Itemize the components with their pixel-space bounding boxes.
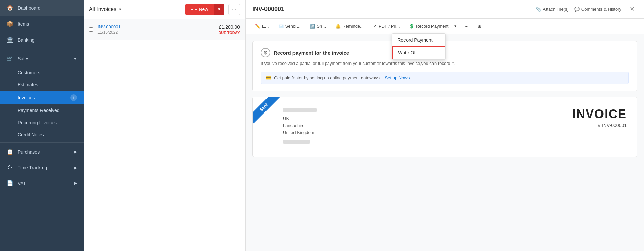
- sidebar-item-banking[interactable]: 🏦 Banking: [0, 32, 84, 48]
- customer-name-blurred: [283, 108, 317, 112]
- sidebar-item-customers[interactable]: Customers: [0, 67, 84, 79]
- sidebar-item-credit-notes[interactable]: Credit Notes: [0, 129, 84, 141]
- list-more-button[interactable]: ···: [228, 4, 240, 15]
- dropdown-item-record-payment[interactable]: Record Payment: [392, 34, 445, 46]
- sent-ribbon-label: Sent: [253, 97, 280, 123]
- record-payment-button[interactable]: 💲 Record Payment: [405, 21, 452, 31]
- sidebar-item-label: Banking: [18, 37, 35, 43]
- invoice-link[interactable]: INV-000001: [97, 24, 121, 29]
- invoice-info: INV-000001 11/15/2022: [97, 24, 214, 35]
- new-button-label: + New: [195, 7, 208, 12]
- detail-header-actions: 📎 Attach File(s) 💬 Comments & History ✕: [536, 4, 637, 14]
- record-icon: 💲: [409, 24, 414, 29]
- invoice-due-badge: DUE TODAY: [218, 31, 240, 35]
- grid-icon: ⊞: [478, 24, 481, 29]
- bell-icon: 🔔: [335, 24, 341, 29]
- invoice-amount: £1,200.00: [218, 24, 240, 30]
- cta-text: Get paid faster by setting up online pay…: [274, 75, 381, 80]
- detail-header: INV-000001 📎 Attach File(s) 💬 Comments &…: [246, 0, 644, 19]
- invoice-preview-body: UK Lancashire United Kingdom INVOICE # I…: [263, 107, 627, 147]
- invoice-right: £1,200.00 DUE TODAY: [218, 24, 240, 35]
- invoice-number-title: INV-000001: [252, 6, 530, 13]
- sidebar-item-recurring-invoices[interactable]: Recurring Invoices: [0, 117, 84, 129]
- invoices-label: Invoices: [18, 95, 35, 100]
- invoice-preview-address: UK Lancashire United Kingdom: [283, 107, 317, 147]
- sent-ribbon: Sent: [253, 97, 283, 127]
- sidebar-item-invoices[interactable]: Invoices +: [0, 91, 84, 104]
- send-button[interactable]: ✉️ Send ...: [274, 21, 305, 31]
- chevron-right-icon-3: ▶: [74, 181, 77, 185]
- time-tracking-icon: ⏱: [7, 165, 13, 171]
- record-payment-dropdown-toggle[interactable]: ▼: [452, 21, 459, 31]
- sidebar-divider: [0, 49, 84, 49]
- edit-button[interactable]: ✏️ E...: [251, 21, 273, 31]
- sidebar-item-label: Sales: [18, 56, 29, 61]
- invoice-country: UK: [283, 115, 317, 122]
- sidebar-item-dashboard[interactable]: 🏠 Dashboard: [0, 0, 84, 16]
- sidebar-item-sales[interactable]: 🛒 Sales ▼: [0, 51, 84, 67]
- toolbar-grid-button[interactable]: ⊞: [474, 21, 485, 31]
- setup-now-link[interactable]: Set up Now ›: [385, 75, 410, 80]
- invoice-preview-title-area: INVOICE # INV-000001: [572, 107, 627, 128]
- invoice-checkbox[interactable]: [89, 27, 93, 32]
- record-payment-label: Record Payment: [416, 24, 449, 29]
- new-dropdown-button[interactable]: ▼: [214, 4, 224, 15]
- estimates-label: Estimates: [18, 82, 38, 87]
- payments-received-label: Payments Received: [18, 108, 60, 113]
- more-dots: ···: [232, 7, 236, 12]
- banking-icon: 🏦: [7, 36, 13, 43]
- share-button[interactable]: ↗️ Sh...: [306, 21, 330, 31]
- pdf-button[interactable]: ↗ PDF / Pri...: [369, 21, 404, 31]
- edit-label: E...: [262, 24, 269, 29]
- sidebar-item-label: Purchases: [18, 149, 40, 155]
- record-payment-dropdown: Record Payment Write Off: [392, 33, 446, 60]
- items-icon: 📦: [7, 21, 13, 27]
- sidebar-item-estimates[interactable]: Estimates: [0, 79, 84, 91]
- dropdown-item-write-off[interactable]: Write Off: [392, 46, 445, 59]
- invoice-nation: United Kingdom: [283, 129, 317, 136]
- invoice-preview-card: Sent UK Lancashire United Kingdom INVOIC…: [252, 97, 637, 157]
- pdf-icon: ↗: [373, 24, 377, 29]
- sales-icon: 🛒: [7, 55, 13, 62]
- sidebar-item-items[interactable]: 📦 Items: [0, 16, 84, 32]
- table-row[interactable]: INV-000001 11/15/2022 £1,200.00 DUE TODA…: [84, 19, 245, 40]
- reminder-button[interactable]: 🔔 Reminde...: [331, 21, 368, 31]
- record-payment-wrapper: 💲 Record Payment ▼ Record Payment Write …: [405, 21, 459, 31]
- add-invoice-icon[interactable]: +: [70, 94, 77, 101]
- sidebar-item-vat[interactable]: 📄 VAT ▶: [0, 175, 84, 191]
- sidebar-item-label: Time Tracking: [18, 165, 47, 170]
- list-title[interactable]: All Invoices ▼: [89, 6, 122, 12]
- share-icon: ↗️: [310, 24, 315, 29]
- chevron-down-icon: ▼: [73, 57, 77, 61]
- credit-notes-label: Credit Notes: [18, 132, 44, 137]
- invoice-date: 11/15/2022: [97, 30, 214, 35]
- record-payment-card-icon: $: [261, 48, 270, 57]
- sidebar: 🏠 Dashboard 📦 Items 🏦 Banking 🛒 Sales ▼ …: [0, 0, 84, 251]
- credit-card-icon: 💳: [266, 75, 271, 80]
- sidebar-divider-2: [0, 142, 84, 143]
- record-payment-card-title: Record payment for the invoice: [274, 50, 349, 56]
- comments-history-button[interactable]: 💬 Comments & History: [574, 7, 621, 12]
- sidebar-item-payments-received[interactable]: Payments Received: [0, 104, 84, 117]
- edit-icon: ✏️: [255, 24, 260, 29]
- detail-body: $ Record payment for the invoice If you'…: [246, 34, 644, 251]
- close-button[interactable]: ✕: [627, 4, 637, 14]
- all-invoices-label: All Invoices: [89, 6, 116, 12]
- customers-label: Customers: [18, 70, 40, 75]
- invoice-big-title: INVOICE: [572, 107, 627, 121]
- chevron-down-icon-list: ▼: [118, 7, 122, 11]
- record-payment-group: 💲 Record Payment ▼: [405, 21, 459, 31]
- new-invoice-button[interactable]: + + New: [185, 4, 214, 15]
- list-header: All Invoices ▼ + + New ▼ ···: [84, 0, 245, 19]
- attach-files-label: Attach File(s): [543, 7, 569, 12]
- attach-files-button[interactable]: 📎 Attach File(s): [536, 7, 569, 12]
- toolbar-more-button[interactable]: ···: [460, 21, 472, 31]
- sidebar-item-label: VAT: [18, 181, 26, 186]
- sidebar-item-purchases[interactable]: 📋 Purchases ▶: [0, 144, 84, 160]
- recurring-invoices-label: Recurring Invoices: [18, 120, 57, 125]
- record-payment-cta: 💳 Get paid faster by setting up online p…: [261, 72, 629, 84]
- chevron-down-icon-new: ▼: [217, 7, 221, 12]
- sidebar-item-time-tracking[interactable]: ⏱ Time Tracking ▶: [0, 160, 84, 175]
- toolbar-more-label: ···: [465, 24, 468, 29]
- comments-history-label: Comments & History: [581, 7, 621, 12]
